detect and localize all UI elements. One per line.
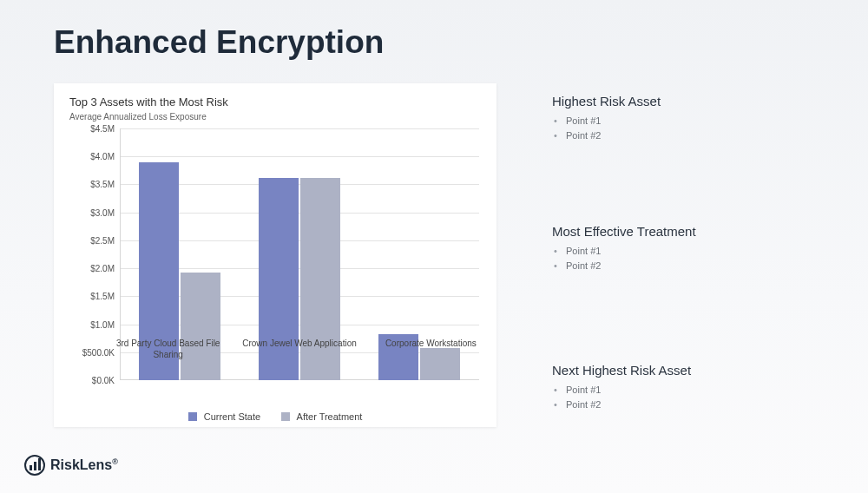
legend-swatch-current	[188, 412, 197, 421]
chart-card: Top 3 Assets with the Most Risk Average …	[54, 83, 496, 427]
x-tick-label: Crown Jewel Web Application	[233, 339, 365, 360]
y-tick-label: $3.0M	[71, 207, 120, 217]
y-tick-label: $1.5M	[71, 292, 120, 301]
brand-logo-icon	[24, 455, 45, 476]
chart-title: Top 3 Assets with the Most Risk	[69, 95, 481, 108]
y-tick-label: $4.0M	[71, 152, 120, 161]
section-heading: Most Effective Treatment	[552, 224, 812, 239]
side-section-next-highest: Next Highest Risk Asset Point #1 Point #…	[552, 363, 812, 412]
side-section-highest-risk: Highest Risk Asset Point #1 Point #2	[552, 94, 812, 143]
bullet: Point #2	[552, 398, 812, 412]
legend-label: Current State	[204, 411, 260, 422]
side-section-most-effective: Most Effective Treatment Point #1 Point …	[552, 224, 812, 273]
x-tick-label: 3rd Party Cloud Based File Sharing	[102, 339, 233, 360]
bullet: Point #2	[552, 128, 812, 143]
y-tick-label: $0.0K	[71, 376, 120, 385]
bullet: Point #1	[552, 383, 812, 398]
bullet: Point #1	[552, 114, 812, 128]
legend-swatch-after	[281, 412, 290, 421]
y-tick-label: $3.5M	[71, 180, 120, 189]
section-heading: Highest Risk Asset	[552, 94, 812, 108]
bullet: Point #2	[552, 259, 812, 273]
y-tick-label: $4.5M	[71, 124, 120, 134]
legend-after-treatment: After Treatment	[281, 411, 362, 422]
bar-after-treatment	[181, 273, 220, 380]
brand-name: RiskLens®	[50, 457, 118, 473]
y-tick-label: $2.0M	[71, 264, 120, 273]
bullet: Point #1	[552, 244, 812, 259]
y-tick-label: $2.5M	[71, 235, 120, 245]
legend-current-state: Current State	[188, 411, 260, 422]
page-title: Enhanced Encryption	[54, 24, 384, 61]
section-heading: Next Highest Risk Asset	[552, 363, 812, 378]
brand: RiskLens®	[24, 455, 118, 476]
legend-label: After Treatment	[297, 411, 363, 422]
chart-subtitle: Average Annualized Loss Exposure	[69, 112, 481, 122]
y-tick-label: $1.0M	[71, 319, 120, 329]
x-tick-label: Corporate Workstations	[365, 339, 496, 360]
chart-legend: Current State After Treatment	[54, 411, 496, 422]
